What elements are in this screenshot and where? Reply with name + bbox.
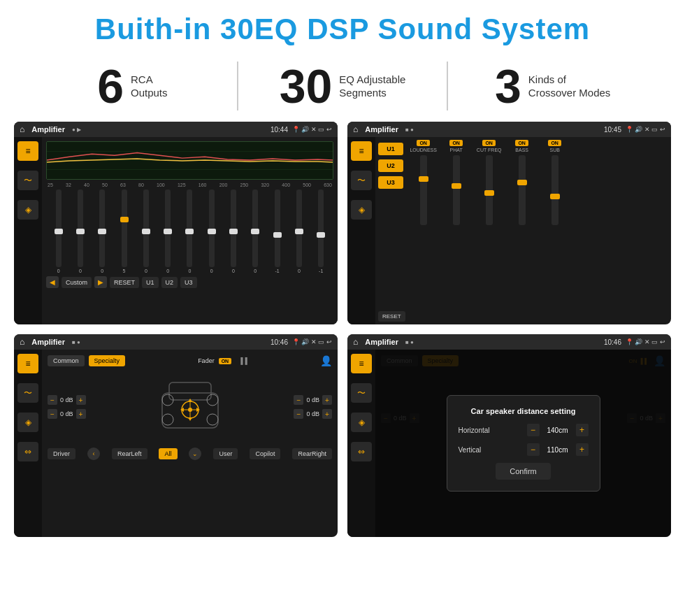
db-minus-2[interactable]: −	[48, 409, 57, 419]
wave-icon[interactable]: 〜	[17, 171, 38, 190]
slider-11: 0	[296, 189, 302, 273]
db-plus-4[interactable]: +	[322, 409, 332, 419]
db-minus-1[interactable]: −	[48, 395, 57, 405]
slider-track-6[interactable]	[187, 189, 192, 267]
fader-eq-icon[interactable]: ≡	[17, 354, 38, 373]
driver-btn[interactable]: Driver	[48, 448, 75, 459]
eq-area: 2532405063 80100125160200 25032040050063…	[42, 137, 338, 324]
fader-speaker-icon[interactable]: ◈	[17, 413, 38, 432]
preset-col: U1 U2 U3 RESET	[378, 140, 405, 322]
s4-speaker-icon[interactable]: ◈	[351, 413, 372, 432]
speaker-icon[interactable]: ◈	[17, 200, 38, 220]
eq-u1-btn[interactable]: U1	[142, 277, 159, 288]
eq-custom-btn[interactable]: Custom	[62, 277, 92, 288]
slider-track-1[interactable]	[78, 189, 83, 267]
vertical-minus-btn[interactable]: −	[527, 443, 540, 456]
slider-track-7[interactable]	[209, 189, 215, 267]
sub-label: SUB	[549, 148, 559, 152]
profile-icon[interactable]: 👤	[320, 355, 332, 366]
db-plus-1[interactable]: +	[76, 395, 86, 405]
screen4-icons: 📍 🔊 ✕ ▭ ↩	[626, 338, 665, 345]
confirm-button[interactable]: Confirm	[496, 463, 551, 480]
slider-12: -1	[318, 189, 324, 273]
eq-reset-btn[interactable]: RESET	[110, 277, 139, 288]
horizontal-minus-btn[interactable]: −	[527, 424, 540, 436]
screen4-left-icons: ≡ 〜 ◈ ⇔	[347, 350, 375, 537]
screen1-dots: ● ▶	[72, 127, 81, 133]
screen-eq: ⌂ Amplifier ● ▶ 10:44 📍 🔊 ✕ ▭ ↩ ≡ 〜 ◈	[14, 122, 338, 324]
stat-rca: 6 RCAOutputs	[42, 62, 223, 110]
fader-wave-icon[interactable]: 〜	[17, 383, 38, 403]
sub-group: ON SUB	[540, 140, 570, 322]
slider-track-0[interactable]	[56, 189, 62, 267]
all-btn[interactable]: All	[159, 448, 177, 459]
eq-u2-btn[interactable]: U2	[161, 277, 178, 288]
slider-track-10[interactable]	[275, 189, 280, 267]
eq-bottom: ◀ Custom ▶ RESET U1 U2 U3	[46, 276, 333, 288]
slider-7: 0	[209, 189, 215, 273]
eq-u3-btn[interactable]: U3	[180, 277, 197, 288]
s4-eq-icon[interactable]: ≡	[351, 354, 372, 373]
status-bar-4: ⌂ Amplifier ■ ● 10:46 📍 🔊 ✕ ▭ ↩	[347, 334, 671, 350]
preset-u3[interactable]: U3	[378, 176, 403, 189]
copilot-btn[interactable]: Copilot	[250, 448, 280, 459]
svg-point-9	[207, 414, 218, 425]
phat-slider[interactable]	[453, 155, 460, 225]
vertical-plus-btn[interactable]: +	[576, 443, 589, 456]
control-col: ON LOUDNESS ON PHAT	[408, 140, 570, 322]
screen3-icons: 📍 🔊 ✕ ▭ ↩	[292, 338, 332, 345]
slider-track-2[interactable]	[99, 189, 105, 267]
db-minus-3[interactable]: −	[294, 395, 303, 405]
cutfreq-slider[interactable]	[486, 155, 493, 225]
slider-5: 0	[165, 189, 171, 273]
user-btn[interactable]: User	[213, 448, 238, 459]
home-icon-2[interactable]: ⌂	[353, 124, 358, 134]
s4-arrow-icon[interactable]: ⇔	[351, 442, 372, 461]
svg-rect-5	[169, 382, 211, 400]
rearright-btn[interactable]: RearRight	[292, 448, 332, 459]
sub-slider[interactable]	[551, 155, 558, 225]
fader-arrow-icon[interactable]: ⇔	[17, 442, 38, 461]
eq-graph	[46, 141, 333, 180]
home-icon-4[interactable]: ⌂	[353, 337, 358, 347]
chevron-left-btn[interactable]: ‹	[87, 447, 100, 460]
screen4-dots: ■ ●	[405, 339, 414, 345]
bass-label: BASS	[515, 148, 528, 152]
tab-specialty[interactable]: Specialty	[89, 355, 126, 366]
db-plus-3[interactable]: +	[322, 395, 332, 405]
tab-common[interactable]: Common	[48, 355, 85, 366]
home-icon-1[interactable]: ⌂	[20, 124, 24, 134]
bass-slider[interactable]	[519, 155, 526, 225]
amp-speaker-icon[interactable]: ◈	[351, 200, 372, 220]
chevron-down-btn[interactable]: ⌄	[189, 447, 201, 460]
slider-track-4[interactable]	[143, 189, 149, 267]
bass-group: ON BASS	[507, 140, 538, 322]
preset-u2[interactable]: U2	[378, 159, 403, 172]
rearleft-btn[interactable]: RearLeft	[112, 448, 147, 459]
screen2-dots: ■ ●	[405, 127, 414, 133]
screen-amp: ⌂ Amplifier ■ ● 10:45 📍 🔊 ✕ ▭ ↩ ≡ 〜 ◈ U1…	[347, 122, 671, 324]
eq-next-btn[interactable]: ▶	[94, 276, 107, 288]
home-icon-3[interactable]: ⌂	[20, 337, 24, 347]
fader-label: Fader	[198, 357, 215, 364]
eq-prev-btn[interactable]: ◀	[46, 276, 59, 288]
slider-track-8[interactable]	[231, 189, 236, 267]
phat-label: PHAT	[450, 148, 463, 152]
s4-wave-icon[interactable]: 〜	[351, 383, 372, 403]
slider-track-11[interactable]	[296, 189, 302, 267]
slider-track-5[interactable]	[165, 189, 171, 267]
slider-track-9[interactable]	[252, 189, 258, 267]
eq-icon[interactable]: ≡	[17, 141, 38, 161]
dialog-box: Car speaker distance setting Horizontal …	[447, 395, 600, 492]
amp-wave-icon[interactable]: 〜	[351, 171, 372, 190]
slider-track-12[interactable]	[318, 189, 324, 267]
horizontal-plus-btn[interactable]: +	[576, 424, 589, 436]
screen1-icons: 📍 🔊 ✕ ▭ ↩	[292, 126, 332, 133]
amp-eq-icon[interactable]: ≡	[351, 141, 372, 161]
amp-reset-btn[interactable]: RESET	[378, 311, 405, 322]
db-minus-4[interactable]: −	[294, 409, 303, 419]
db-plus-2[interactable]: +	[76, 409, 86, 419]
preset-u1[interactable]: U1	[378, 143, 403, 155]
loudness-slider[interactable]	[420, 155, 427, 225]
slider-track-3[interactable]	[122, 189, 127, 267]
